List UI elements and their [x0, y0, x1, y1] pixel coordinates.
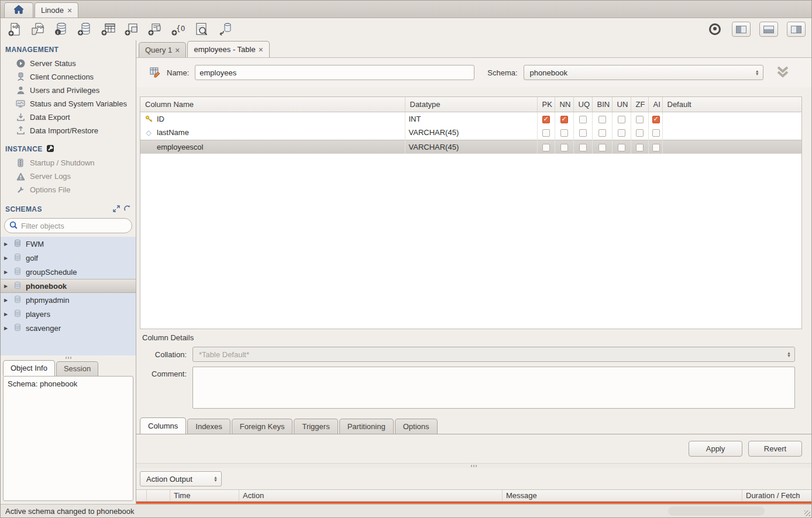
col-header[interactable]: Datatype: [405, 97, 537, 112]
create-table-button[interactable]: [100, 21, 116, 37]
col-header[interactable]: NN: [555, 97, 573, 112]
close-icon[interactable]: ×: [175, 46, 180, 55]
revert-button[interactable]: Revert: [748, 441, 802, 457]
expander-icon[interactable]: ▶: [4, 241, 9, 247]
sidebar-splitter[interactable]: [1, 355, 136, 360]
ai-checkbox[interactable]: [652, 144, 660, 151]
output-col-time[interactable]: Time: [170, 490, 239, 501]
close-icon[interactable]: ×: [67, 6, 72, 15]
expand-icon[interactable]: [113, 205, 120, 214]
uq-checkbox[interactable]: [579, 129, 587, 137]
bin-checkbox[interactable]: [598, 116, 606, 123]
sidebar-item-data-import[interactable]: Data Import/Restore: [1, 124, 136, 137]
output-col-action[interactable]: Action: [239, 490, 503, 501]
output-col-message[interactable]: Message: [503, 490, 742, 501]
col-header[interactable]: Column Name: [140, 97, 405, 112]
schema-item-phonebook[interactable]: ▶ phonebook: [1, 279, 136, 293]
bin-checkbox[interactable]: [598, 129, 606, 137]
schema-item[interactable]: ▶ golf: [1, 251, 136, 265]
col-header[interactable]: AI: [648, 97, 662, 112]
tab-session[interactable]: Session: [56, 361, 98, 376]
un-checkbox[interactable]: [618, 116, 625, 123]
un-checkbox[interactable]: [618, 129, 625, 137]
expander-icon[interactable]: ▶: [4, 284, 9, 289]
column-row-selected[interactable]: employeescol VARCHAR(45): [140, 140, 801, 154]
column-row[interactable]: ID INT: [140, 112, 801, 126]
resize-grip-icon[interactable]: [804, 510, 810, 516]
comment-textarea[interactable]: [192, 367, 795, 409]
table-name-input[interactable]: [195, 65, 474, 80]
tab-employees-table[interactable]: employees - Table ×: [187, 41, 269, 57]
create-function-button[interactable]: {0}: [170, 21, 187, 37]
expander-icon[interactable]: ▶: [4, 312, 9, 317]
bin-checkbox[interactable]: [598, 144, 606, 151]
toggle-left-panel-button[interactable]: [732, 22, 751, 37]
schema-item[interactable]: ▶ scavenger: [1, 321, 136, 335]
connection-tab-linode[interactable]: Linode ×: [35, 2, 78, 18]
output-col-index[interactable]: [147, 490, 170, 501]
open-sql-file-button[interactable]: SQL: [30, 21, 46, 37]
apply-button[interactable]: Apply: [689, 441, 742, 457]
tab-object-info[interactable]: Object Info: [3, 360, 55, 376]
search-objects-button[interactable]: [194, 21, 210, 37]
collation-select[interactable]: *Table Default* ▲▼: [192, 347, 795, 362]
sidebar-item-server-status[interactable]: Server Status: [1, 57, 136, 70]
sidebar-item-server-logs[interactable]: Server Logs: [1, 170, 136, 183]
output-col-status[interactable]: [136, 490, 147, 501]
pk-checkbox[interactable]: [542, 129, 550, 137]
new-query-tab-button[interactable]: SQL: [6, 21, 23, 37]
schema-item[interactable]: ▶ phpmyadmin: [1, 293, 136, 307]
sidebar-item-data-export[interactable]: Data Export: [1, 110, 136, 124]
ai-checkbox[interactable]: [652, 116, 660, 123]
nn-checkbox[interactable]: [560, 116, 568, 123]
col-header[interactable]: Default: [662, 97, 801, 112]
expand-header-icon[interactable]: [775, 65, 790, 80]
create-procedure-button[interactable]: [147, 21, 163, 37]
schema-item[interactable]: ▶ FWM: [1, 237, 136, 251]
sidebar-item-status-system-variables[interactable]: Status and System Variables: [1, 97, 136, 110]
expander-icon[interactable]: ▶: [4, 255, 9, 261]
sidebar-item-users-privileges[interactable]: Users and Privileges: [1, 84, 136, 97]
nn-checkbox[interactable]: [560, 129, 568, 137]
tab-query-1[interactable]: Query 1 ×: [139, 42, 186, 57]
sidebar-item-startup-shutdown[interactable]: Startup / Shutdown: [1, 156, 136, 170]
tab-columns[interactable]: Columns: [140, 417, 186, 434]
schema-item[interactable]: ▶ groupSchedule: [1, 265, 136, 279]
expander-icon[interactable]: ▶: [4, 326, 9, 331]
data-transfer-button[interactable]: [217, 21, 233, 37]
toggle-bottom-panel-button[interactable]: [759, 22, 778, 37]
tab-indexes[interactable]: Indexes: [187, 419, 230, 434]
toggle-right-panel-button[interactable]: [787, 22, 806, 37]
zf-checkbox[interactable]: [636, 116, 644, 123]
un-checkbox[interactable]: [618, 144, 625, 151]
col-header[interactable]: UQ: [573, 97, 592, 112]
schema-filter-input[interactable]: [21, 222, 109, 230]
ai-checkbox[interactable]: [652, 129, 660, 137]
output-splitter[interactable]: [136, 463, 811, 468]
nn-checkbox[interactable]: [560, 144, 568, 151]
expander-icon[interactable]: ▶: [4, 270, 9, 275]
output-col-duration[interactable]: Duration / Fetch: [742, 490, 811, 501]
tab-triggers[interactable]: Triggers: [294, 419, 338, 434]
schema-item[interactable]: ▶ players: [1, 307, 136, 321]
output-type-select[interactable]: Action Output ▲▼: [140, 471, 222, 486]
col-header[interactable]: UN: [612, 97, 631, 112]
refresh-icon[interactable]: [123, 205, 131, 214]
inspect-database-button[interactable]: i: [53, 21, 70, 37]
tab-options[interactable]: Options: [395, 419, 438, 434]
uq-checkbox[interactable]: [579, 144, 587, 151]
col-header[interactable]: BIN: [592, 97, 612, 112]
col-header[interactable]: ZF: [631, 97, 648, 112]
uq-checkbox[interactable]: [579, 116, 587, 123]
column-row[interactable]: ◇lastName VARCHAR(45): [140, 126, 801, 140]
zf-checkbox[interactable]: [636, 129, 644, 137]
schema-select[interactable]: phonebook ▲▼: [524, 65, 763, 80]
home-tab[interactable]: [4, 2, 33, 18]
create-schema-button[interactable]: [77, 21, 93, 37]
sidebar-item-client-connections[interactable]: Client Connections: [1, 70, 136, 84]
close-icon[interactable]: ×: [259, 45, 263, 54]
pk-checkbox[interactable]: [542, 144, 550, 151]
tab-partitioning[interactable]: Partitioning: [339, 419, 394, 434]
col-header[interactable]: PK: [537, 97, 555, 112]
tab-foreign-keys[interactable]: Foreign Keys: [232, 419, 293, 434]
